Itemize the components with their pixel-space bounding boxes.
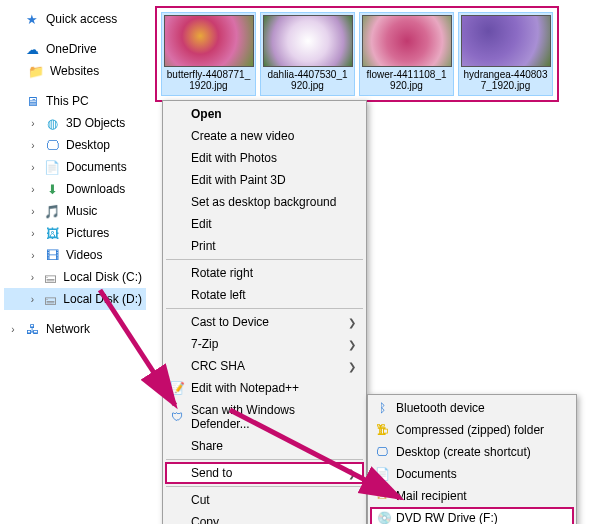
drive-icon: 🖴: [43, 269, 57, 285]
menu-edit[interactable]: Edit: [165, 213, 364, 235]
local-disk-c-item[interactable]: › 🖴 Local Disk (C:): [4, 266, 146, 288]
chevron-right-icon: ›: [8, 324, 18, 335]
menu-7zip[interactable]: 7-Zip❯: [165, 333, 364, 355]
menu-share[interactable]: Share: [165, 435, 364, 457]
dvd-drive-icon: 💿: [376, 510, 392, 524]
label: Music: [66, 204, 97, 218]
label: Send to: [191, 466, 232, 480]
thumbnail-image: [362, 15, 452, 67]
label: Compressed (zipped) folder: [396, 423, 544, 437]
context-menu: Open Create a new video Edit with Photos…: [162, 100, 367, 524]
documents-item[interactable]: › 📄 Documents: [4, 156, 146, 178]
3d-objects-item[interactable]: › ◍ 3D Objects: [4, 112, 146, 134]
chevron-right-icon: ›: [28, 294, 37, 305]
separator: [166, 259, 363, 260]
chevron-right-icon: ❯: [348, 361, 356, 372]
submenu-compressed[interactable]: 🗜Compressed (zipped) folder: [370, 419, 574, 441]
chevron-right-icon: ❯: [348, 317, 356, 328]
label: Network: [46, 322, 90, 336]
documents-icon: 📄: [44, 159, 60, 175]
menu-set-background[interactable]: Set as desktop background: [165, 191, 364, 213]
file-item[interactable]: flower-4411108_1920.jpg: [359, 12, 454, 96]
label: Edit: [191, 217, 212, 231]
videos-item[interactable]: › 🎞 Videos: [4, 244, 146, 266]
menu-crc-sha[interactable]: CRC SHA❯: [165, 355, 364, 377]
label: Desktop (create shortcut): [396, 445, 531, 459]
chevron-right-icon: ›: [28, 228, 38, 239]
chevron-right-icon: ›: [28, 272, 37, 283]
music-item[interactable]: › 🎵 Music: [4, 200, 146, 222]
menu-cast[interactable]: Cast to Device❯: [165, 311, 364, 333]
this-pc-item[interactable]: 🖥 This PC: [4, 90, 146, 112]
menu-rotate-right[interactable]: Rotate right: [165, 262, 364, 284]
separator: [166, 486, 363, 487]
submenu-mail[interactable]: ✉Mail recipient: [370, 485, 574, 507]
label: Local Disk (C:): [63, 270, 142, 284]
submenu-bluetooth[interactable]: ᛒBluetooth device: [370, 397, 574, 419]
onedrive-item[interactable]: ☁ OneDrive: [4, 38, 146, 60]
label: Cast to Device: [191, 315, 269, 329]
mail-icon: ✉: [374, 488, 390, 504]
label: Videos: [66, 248, 102, 262]
file-item[interactable]: butterfly-4408771_1920.jpg: [161, 12, 256, 96]
label: Pictures: [66, 226, 109, 240]
submenu-dvd-drive[interactable]: 💿DVD RW Drive (F:): [370, 507, 574, 524]
label: Print: [191, 239, 216, 253]
label: Set as desktop background: [191, 195, 336, 209]
filename: dahlia-4407530_1920.jpg: [263, 67, 352, 93]
file-item[interactable]: dahlia-4407530_1920.jpg: [260, 12, 355, 96]
filename: butterfly-4408771_1920.jpg: [164, 67, 253, 93]
menu-create-video[interactable]: Create a new video: [165, 125, 364, 147]
pictures-icon: 🖼: [44, 225, 60, 241]
label: Edit with Notepad++: [191, 381, 299, 395]
label: Open: [191, 107, 222, 121]
label: OneDrive: [46, 42, 97, 56]
desktop-icon: 🖵: [374, 444, 390, 460]
label: DVD RW Drive (F:): [396, 511, 498, 524]
desktop-icon: 🖵: [44, 137, 60, 153]
chevron-right-icon: ›: [28, 250, 38, 261]
label: 7-Zip: [191, 337, 218, 351]
file-item[interactable]: hydrangea-440803 7_1920.jpg: [458, 12, 553, 96]
submenu-desktop-shortcut[interactable]: 🖵Desktop (create shortcut): [370, 441, 574, 463]
menu-edit-paint3d[interactable]: Edit with Paint 3D: [165, 169, 364, 191]
label: Create a new video: [191, 129, 294, 143]
pictures-item[interactable]: › 🖼 Pictures: [4, 222, 146, 244]
separator: [166, 459, 363, 460]
menu-print[interactable]: Print: [165, 235, 364, 257]
label: CRC SHA: [191, 359, 245, 373]
menu-defender[interactable]: 🛡Scan with Windows Defender...: [165, 399, 364, 435]
local-disk-d-item[interactable]: › 🖴 Local Disk (D:): [4, 288, 146, 310]
chevron-right-icon: ❯: [348, 468, 356, 479]
desktop-item[interactable]: › 🖵 Desktop: [4, 134, 146, 156]
notepad-icon: 📝: [169, 380, 185, 396]
chevron-right-icon: ›: [28, 118, 38, 129]
label: Documents: [396, 467, 457, 481]
label: Rotate right: [191, 266, 253, 280]
label: Local Disk (D:): [63, 292, 142, 306]
label: Cut: [191, 493, 210, 507]
menu-open[interactable]: Open: [165, 103, 364, 125]
thumbnail-image: [263, 15, 353, 67]
network-item[interactable]: › 🖧 Network: [4, 318, 146, 340]
websites-item[interactable]: 📁 Websites: [4, 60, 146, 82]
download-icon: ⬇: [44, 181, 60, 197]
send-to-submenu: ᛒBluetooth device 🗜Compressed (zipped) f…: [367, 394, 577, 524]
menu-copy[interactable]: Copy: [165, 511, 364, 524]
menu-notepad[interactable]: 📝Edit with Notepad++: [165, 377, 364, 399]
star-icon: ★: [24, 11, 40, 27]
videos-icon: 🎞: [44, 247, 60, 263]
submenu-documents[interactable]: 📄Documents: [370, 463, 574, 485]
label: 3D Objects: [66, 116, 125, 130]
quick-access-item[interactable]: ★ Quick access: [4, 8, 146, 30]
menu-cut[interactable]: Cut: [165, 489, 364, 511]
menu-send-to[interactable]: Send to❯: [165, 462, 364, 484]
label: This PC: [46, 94, 89, 108]
label: Rotate left: [191, 288, 246, 302]
downloads-item[interactable]: › ⬇ Downloads: [4, 178, 146, 200]
network-icon: 🖧: [24, 321, 40, 337]
3d-icon: ◍: [44, 115, 60, 131]
menu-edit-photos[interactable]: Edit with Photos: [165, 147, 364, 169]
selected-files: butterfly-4408771_1920.jpg dahlia-440753…: [155, 6, 559, 102]
menu-rotate-left[interactable]: Rotate left: [165, 284, 364, 306]
